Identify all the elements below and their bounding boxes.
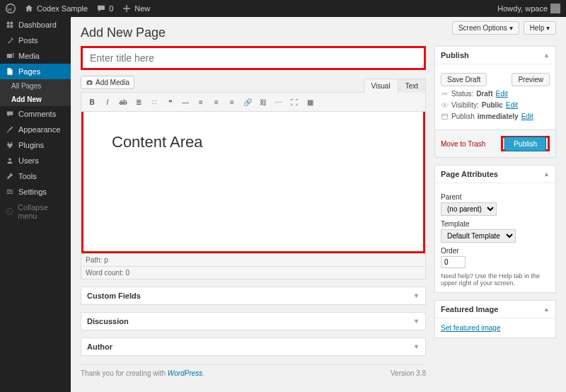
word-count: Word count: 0 [81,266,425,279]
sidebar-item-media[interactable]: Media [0,48,71,64]
order-input[interactable] [441,256,466,268]
preview-button[interactable]: Preview [512,73,550,86]
move-to-trash-link[interactable]: Move to Trash [441,140,485,148]
parent-select[interactable]: (no parent) [441,202,497,216]
metabox-toggle-custom-fields[interactable]: Custom Fields▼ [81,287,425,304]
pin-icon [6,36,14,45]
comments-link[interactable]: 0 [96,4,113,13]
tb-ol[interactable]: ∷ [148,96,161,108]
tb-link[interactable]: 🔗 [241,96,254,108]
camera-icon [86,79,93,86]
tb-fullscreen[interactable]: ⛶ [288,96,301,108]
site-name: Codex Sample [37,4,88,13]
publish-box: Publish▲ Save Draft Preview Status: Draf… [434,46,556,158]
footer: Thank you for creating with WordPress. V… [81,364,426,381]
metabox-toggle-discussion[interactable]: Discussion▼ [81,313,425,330]
home-icon [24,4,34,13]
tb-italic[interactable]: I [101,96,114,108]
editor-toolbar: B I ab ≣ ∷ ❝ — ≡ ≡ ≡ 🔗 ⛓ ⋯ ⛶ ▦ [81,93,425,112]
sidebar-collapse[interactable]: Collapse menu [0,200,71,224]
tb-more[interactable]: ⋯ [272,96,285,108]
admin-sidebar: Dashboard Posts Media Pages All Pages Ad… [0,17,71,392]
title-input[interactable] [81,46,426,70]
save-draft-button[interactable]: Save Draft [441,73,487,86]
edit-status-link[interactable]: Edit [495,90,507,98]
sidebar-item-posts[interactable]: Posts [0,33,71,48]
calendar-icon [441,113,449,120]
svg-rect-6 [442,114,448,119]
editor: B I ab ≣ ∷ ❝ — ≡ ≡ ≡ 🔗 ⛓ ⋯ ⛶ ▦ [81,92,426,279]
wp-logo[interactable] [6,4,16,13]
new-content-link[interactable]: New [122,4,150,13]
svg-point-5 [444,104,445,105]
sidebar-item-appearance[interactable]: Appearance [0,122,71,137]
plug-icon [6,141,14,149]
admin-bar: Codex Sample 0 New Howdy, wpace [0,0,566,17]
sidebar-item-comments[interactable]: Comments [0,106,71,122]
tb-center[interactable]: ≡ [210,96,223,108]
tb-right[interactable]: ≡ [226,96,238,108]
tb-unlink[interactable]: ⛓ [257,96,270,108]
chevron-down-icon: ▼ [413,318,420,325]
user-icon [6,156,14,165]
order-label: Order [441,247,550,255]
comment-icon [96,4,106,13]
greeting: Howdy, wpace [497,4,548,13]
publish-box-toggle[interactable]: Publish▲ [435,47,555,64]
metabox-custom-fields: Custom Fields▼ [81,287,426,305]
help-button[interactable]: Help ▾ [524,21,556,35]
metabox-discussion: Discussion▼ [81,312,426,330]
sidebar-item-pages[interactable]: Pages [0,64,71,79]
sidebar-sub-add-new[interactable]: Add New [0,93,71,106]
comment-icon [6,110,14,118]
metabox-toggle-author[interactable]: Author▼ [81,338,425,355]
account-link[interactable]: Howdy, wpace [497,4,560,13]
chevron-down-icon: ▼ [413,343,420,350]
content-editor[interactable]: Content Area [81,112,425,253]
svg-point-4 [442,93,444,95]
avatar [550,4,560,13]
version-text: Version 3.8 [391,369,426,377]
set-featured-image-link[interactable]: Set featured image [441,324,501,332]
tb-ul[interactable]: ≣ [132,96,145,108]
chevron-up-icon: ▲ [543,306,550,313]
chevron-down-icon: ▼ [413,292,420,299]
tb-left[interactable]: ≡ [195,96,207,108]
tb-toggle[interactable]: ▦ [304,96,316,108]
tb-bold[interactable]: B [86,96,98,108]
parent-label: Parent [441,193,550,201]
edit-schedule-link[interactable]: Edit [521,113,533,120]
add-media-button[interactable]: Add Media [81,76,134,89]
brush-icon [6,125,14,134]
content-area-wrap: Screen Options ▾ Help ▾ Add New Page Add… [71,17,566,392]
tab-visual[interactable]: Visual [364,79,398,93]
eye-icon [441,101,449,109]
chevron-up-icon: ▲ [543,52,550,59]
svg-point-3 [88,81,91,83]
sidebar-sub-all-pages[interactable]: All Pages [0,79,71,93]
screen-options-button[interactable]: Screen Options ▾ [452,21,519,35]
metabox-author: Author▼ [81,338,426,356]
sidebar-item-users[interactable]: Users [0,153,71,168]
page-attributes-box: Page Attributes▲ Parent(no parent) Templ… [434,165,556,293]
site-name-link[interactable]: Codex Sample [24,4,88,13]
featured-image-box: Featured Image▲ Set featured image [434,300,556,338]
featured-image-toggle[interactable]: Featured Image▲ [435,301,555,318]
sidebar-item-tools[interactable]: Tools [0,168,71,184]
tb-strike[interactable]: ab [117,96,129,108]
sidebar-item-dashboard[interactable]: Dashboard [0,17,71,33]
tab-text[interactable]: Text [398,79,426,93]
svg-point-1 [8,158,11,161]
comment-count: 0 [109,4,113,13]
sidebar-item-plugins[interactable]: Plugins [0,137,71,153]
edit-visibility-link[interactable]: Edit [506,101,518,109]
sidebar-item-settings[interactable]: Settings [0,184,71,200]
tb-hr[interactable]: — [179,96,192,108]
template-select[interactable]: Default Template [441,229,516,243]
editor-path: Path: p [81,253,425,266]
sliders-icon [6,188,14,196]
wordpress-link[interactable]: WordPress [168,369,202,377]
publish-button[interactable]: Publish [504,137,546,151]
page-attributes-toggle[interactable]: Page Attributes▲ [435,166,555,183]
tb-quote[interactable]: ❝ [163,96,176,108]
